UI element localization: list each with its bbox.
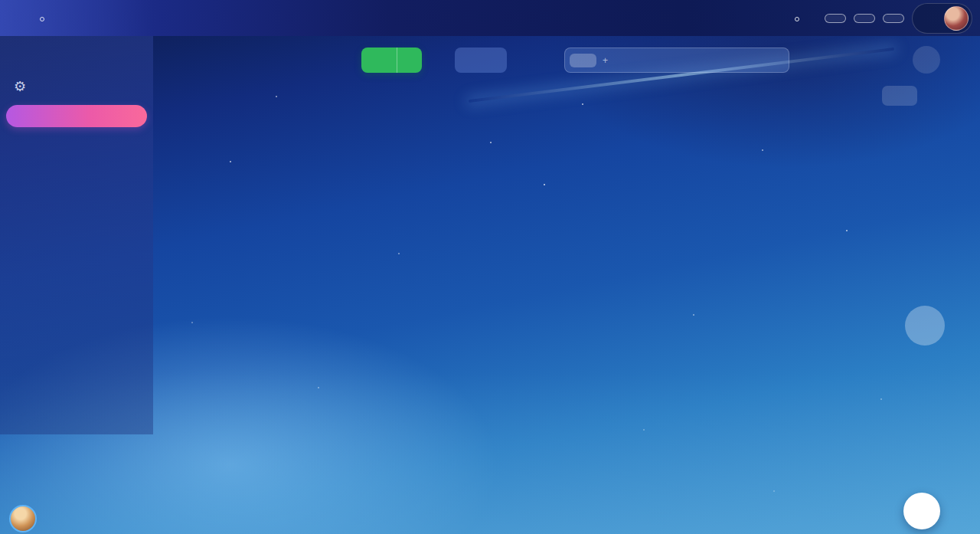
invite-button[interactable] (825, 14, 846, 23)
brand-switcher[interactable] (793, 12, 817, 25)
search-placeholder[interactable]: + (603, 55, 746, 66)
from-company-filter[interactable] (455, 48, 507, 73)
logo-reg-icon (40, 17, 44, 21)
create-button-caret[interactable] (397, 48, 422, 73)
chevron-up-icon (133, 50, 142, 59)
create-button (361, 48, 422, 73)
search-icon[interactable] (770, 11, 786, 26)
profile-avatar[interactable] (9, 505, 37, 532)
search-icon[interactable] (752, 54, 763, 66)
create-button-main[interactable] (361, 55, 397, 65)
sidebar: ⚙ (0, 36, 153, 534)
sidebar-section-collaboration[interactable] (0, 36, 153, 67)
filter-chip[interactable] (570, 54, 596, 67)
scroll-right-button[interactable] (905, 306, 945, 346)
chevron-down-icon (405, 56, 414, 65)
robots-button[interactable] (882, 86, 917, 106)
collaboration-icon (14, 48, 25, 60)
list-menu-icon (914, 503, 929, 519)
chevron-down-icon (488, 56, 497, 64)
rocket-icon (68, 110, 80, 122)
app-logo[interactable] (38, 15, 44, 21)
sidebar-item-settings[interactable]: ⚙ (0, 67, 153, 93)
gear-icon (920, 53, 933, 67)
upgrade-tariff-button[interactable] (6, 105, 147, 127)
close-icon[interactable] (582, 57, 590, 64)
bitrix24-kedo-screen: ⚙ + (0, 0, 980, 534)
building-icon (465, 54, 476, 66)
pin-icon[interactable] (344, 55, 357, 68)
brand-reg-icon (795, 17, 799, 21)
help-button[interactable] (883, 14, 904, 23)
robot-icon (891, 90, 903, 102)
topbar-right (770, 3, 980, 34)
chevron-right-icon (916, 317, 933, 334)
right-rail (940, 0, 980, 534)
gear-icon: ⚙ (14, 80, 26, 93)
clock-icon (922, 12, 933, 24)
topbar (0, 0, 980, 36)
search-filter-bar[interactable]: + (564, 48, 789, 73)
plus-icon (371, 55, 381, 65)
sliders-icon (805, 12, 817, 25)
user-avatar[interactable] (944, 6, 969, 31)
time-widget[interactable] (912, 3, 972, 34)
board-settings-button[interactable] (913, 46, 940, 74)
topbar-left (0, 0, 153, 36)
close-icon[interactable] (769, 54, 781, 66)
list-view-fab[interactable] (903, 493, 940, 529)
menu-button[interactable] (12, 11, 28, 26)
my-tariff-button[interactable] (854, 14, 875, 23)
